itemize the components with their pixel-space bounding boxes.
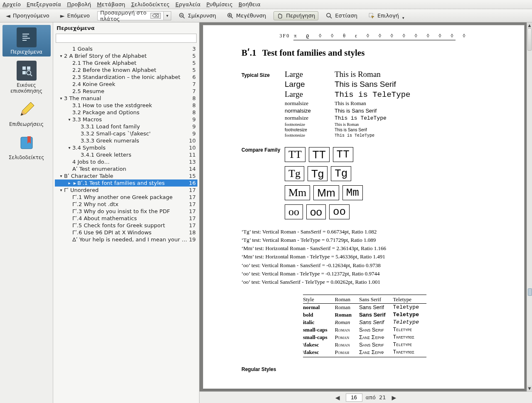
iconbar-thumbnails[interactable]: Εικόνες επισκόπησης (2, 58, 51, 96)
menu-προβολή[interactable]: Προβολή (67, 1, 91, 7)
pencil-icon (17, 100, 37, 120)
toc-item[interactable]: Γʹ.2 Why not .dtx17 (55, 201, 197, 208)
zoom-mode-select[interactable]: Προσαρμογή στο πλάτος⌫ ▾ (97, 11, 171, 20)
menu-εργαλεία[interactable]: Εργαλεία (175, 1, 200, 7)
browse-tool-button[interactable]: Περιήγηση (273, 11, 318, 20)
toc-item[interactable]: 3.1 How to use the xstdgreek8 (55, 102, 197, 109)
focus-tool-button[interactable]: Εστίαση (323, 11, 361, 20)
toc-item[interactable]: 2.5 Resume7 (55, 88, 197, 95)
toc-page: 8 (187, 95, 197, 101)
menu-σελιδοδείκτες[interactable]: Σελιδοδείκτες (131, 1, 170, 7)
disclosure-icon[interactable]: ▾ (58, 174, 64, 178)
scroll-down-icon[interactable]: ▼ (527, 386, 532, 391)
zoom-out-button[interactable]: Σμίκρυνση (175, 11, 219, 20)
toc-page: 3 (187, 46, 197, 52)
toc-label: 3.3 Macros (72, 116, 187, 123)
menu-επεξεργασία[interactable]: Επεξεργασία (27, 1, 61, 7)
toc-item[interactable]: Γʹ.1 Why another one Greek package17 (55, 194, 197, 201)
toc-item[interactable]: Δʹ Your help is needed, and I mean your … (55, 236, 197, 243)
disclosure-icon[interactable]: ▾ (58, 96, 64, 101)
toc-page: 8 (187, 102, 197, 108)
toc-label: 2.1 The Greek Alphabet (72, 60, 187, 66)
toc-item[interactable]: Γʹ.6 Use 96 DPI at X Windows18 (55, 229, 197, 236)
toc-item[interactable]: ▸▸Bʹ.1 Test font families and styles16 (55, 179, 197, 187)
document-viewer[interactable]: 3F0π ϱ ◊ ◊ θ ε ◊ ◊ ◊ ◊ ◊ ◊ ◊ ◊ ◊ Bʹ.1Tes… (200, 22, 532, 403)
toc-item[interactable]: 2.3 Standardization – the Ionic alphabet… (55, 74, 197, 81)
toc-page: 17 (187, 187, 197, 193)
pager: ◀ από 21 ▶ (200, 391, 532, 403)
disclosure-icon[interactable]: ▾ (58, 188, 64, 192)
page-total: 21 (379, 394, 386, 401)
scroll-up-icon[interactable]: ▲ (527, 22, 532, 28)
toc-search-input[interactable] (56, 34, 197, 43)
toc-title: Περιεχόμενα (53, 22, 199, 33)
toc-item[interactable]: 3.3.1 Load font family9 (55, 123, 197, 130)
page-next-button[interactable]: ▶ (389, 394, 399, 401)
toc-label: 3.4 Symbols (72, 145, 187, 151)
menu-βοήθεια[interactable]: Βοήθεια (239, 1, 261, 7)
disclosure-icon[interactable]: ▾ (66, 117, 72, 122)
toc-item[interactable]: 1 Goals3 (55, 45, 197, 52)
toc-item[interactable]: ▾3.4 Symbols10 (55, 144, 197, 151)
magnifier-icon (326, 12, 332, 19)
scroll-marker (528, 288, 532, 296)
iconbar-contents[interactable]: Περιεχόμενα (2, 25, 51, 57)
toc-item[interactable]: 2.2 Before the known Alphabet5 (55, 66, 197, 74)
test-results: ‘Tg’ test: Vertical Roman - SansSerif = … (241, 228, 507, 286)
toc-search[interactable] (56, 34, 197, 43)
disclosure-icon[interactable]: ▾ (58, 54, 64, 58)
page-input[interactable] (346, 393, 362, 402)
svg-rect-12 (22, 38, 30, 39)
toc-item[interactable]: Aʹ Test enumeration14 (55, 165, 197, 172)
toc-item[interactable]: Γʹ.3 Why do you insist to fix the PDF17 (55, 208, 197, 215)
toc-label: Γʹ.2 Why not .dtx (72, 201, 187, 207)
iconbar-bookmarks[interactable]: Σελιδοδείκτες (2, 130, 51, 162)
toc-page: 15 (187, 173, 197, 179)
svg-rect-10 (22, 34, 29, 34)
iconbar-reviews[interactable]: Επιθεωρήσεις (2, 97, 51, 129)
select-tool-button[interactable]: Επιλογή▾ (365, 11, 408, 20)
toc-item[interactable]: Γʹ.5 Check fonts for Greek support17 (55, 222, 197, 229)
toc-item[interactable]: 4 Jobs to do…13 (55, 158, 197, 165)
toc-label: 3.3.3 Greek numerals (81, 138, 187, 144)
scroll-thumb[interactable] (527, 28, 532, 51)
toc-item[interactable]: 2.4 Koine Greek7 (55, 81, 197, 88)
char-row: 3F0π ϱ ◊ ◊ θ ε ◊ ◊ ◊ ◊ ◊ ◊ ◊ ◊ ◊ (241, 33, 507, 39)
toc-item[interactable]: ▾3 The manual8 (55, 95, 197, 102)
toc-item[interactable]: 2.1 The Greek Alphabet5 (55, 59, 197, 66)
toc-item[interactable]: ▾2 A Brief Story of the Alphabet5 (55, 52, 197, 59)
toc-item[interactable]: Γʹ.4 About mathematics17 (55, 215, 197, 222)
zoom-in-button[interactable]: Μεγέθυνση (224, 11, 269, 20)
svg-line-18 (30, 74, 32, 76)
disclosure-icon[interactable]: ▾ (66, 145, 72, 150)
page-prev-button[interactable]: ◀ (333, 394, 342, 401)
clear-icon[interactable]: ⌫ (150, 13, 161, 19)
menu-μετάβαση[interactable]: Μετάβαση (97, 1, 125, 7)
chevron-down-icon[interactable]: ▾ (402, 16, 404, 20)
table-row: normalRomanSans SerifTeletype (303, 303, 426, 311)
next-button[interactable]: ►Επόμενο (57, 11, 93, 20)
chevron-down-icon[interactable]: ▾ (164, 11, 171, 20)
toc-item[interactable]: 3.3.3 Greek numerals10 (55, 137, 197, 144)
toc-item[interactable]: ▾3.3 Macros9 (55, 116, 197, 123)
toc-item[interactable]: 3.3.2 Small-caps `\fakesc'9 (55, 130, 197, 137)
toc-label: 3.4.1 Greek letters (81, 152, 187, 158)
toc-item[interactable]: ▾Γʹ Unordered17 (55, 187, 197, 194)
svg-line-8 (330, 17, 332, 18)
disclosure-icon[interactable]: ▸ (66, 181, 72, 185)
menu-ρυθμίσεις[interactable]: Ρυθμίσεις (207, 1, 233, 7)
typical-size-label: Typical Size (241, 72, 285, 78)
vertical-scrollbar[interactable]: ▲ ▼ (527, 22, 532, 391)
menu-αρχείο[interactable]: Αρχείο (2, 1, 21, 7)
toc-item[interactable]: ▾Bʹ Character Table15 (55, 172, 197, 179)
prev-button[interactable]: ◄Προηγούμενο (2, 11, 53, 20)
arrow-right-icon: ► (60, 12, 65, 19)
toc-label: 2.4 Koine Greek (72, 81, 187, 87)
toc-item[interactable]: 3.4.1 Greek letters11 (55, 151, 197, 158)
toc-label: Aʹ Test enumeration (72, 166, 187, 172)
menubar[interactable]: ΑρχείοΕπεξεργασίαΠροβολήΜετάβασηΣελιδοδε… (0, 0, 532, 9)
toc-tree[interactable]: 1 Goals3▾2 A Brief Story of the Alphabet… (53, 45, 199, 403)
toc-item[interactable]: 3.2 Package and Options8 (55, 109, 197, 116)
toc-page: 5 (187, 60, 197, 66)
contents-icon (17, 27, 37, 47)
